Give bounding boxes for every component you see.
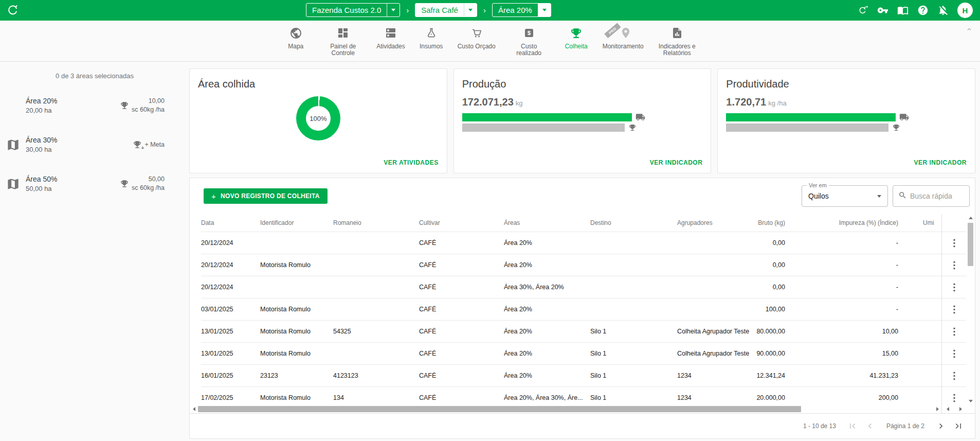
cell-impureza: - [785, 284, 898, 291]
next-page-button[interactable] [936, 421, 946, 431]
row-menu-kebab-icon[interactable] [951, 281, 957, 294]
vertical-scrollbar-thumb[interactable] [968, 223, 973, 266]
scroll-right-arrow[interactable] [933, 405, 941, 413]
table-row[interactable]: 20/12/2024 CAFÉ Área 20% 0,00 - [201, 232, 941, 254]
chevron-down-icon [877, 195, 881, 198]
scroll-up-arrow[interactable] [966, 214, 975, 222]
donut-percent-label: 100% [306, 106, 331, 131]
first-page-button[interactable] [847, 421, 858, 431]
row-menu-kebab-icon[interactable] [951, 237, 957, 250]
productivity-realized-bar [726, 113, 975, 121]
row-menu-kebab-icon[interactable] [951, 347, 957, 360]
cell-agrupadores: 1234 [677, 372, 752, 379]
ver-atividades-link[interactable]: VER ATIVIDADES [384, 159, 438, 166]
area-list-item[interactable]: Área 20% 20,00 ha 10,00 sc 60kg /ha [6, 92, 165, 119]
cell-identificador: Motorista Romulo [260, 261, 333, 269]
table-row[interactable]: 17/02/2025 Motorista Romulo 134 CAFÉ Áre… [201, 386, 941, 405]
truck-icon [636, 112, 645, 122]
cell-impureza: - [785, 306, 898, 313]
harvest-records-card: + NOVO REGISTRO DE COLHEITA Ver em Quilo… [189, 178, 975, 439]
area-selector-label: Área 20% [493, 4, 538, 16]
user-avatar[interactable]: H [957, 3, 973, 18]
table-row[interactable]: 20/12/2024 CAFÉ Área 30%, Área 20% 0,00 … [201, 276, 941, 298]
map-icon [6, 138, 25, 152]
cell-impureza: 15,00 [785, 350, 898, 357]
nav-item-monitoramento[interactable]: PRO Monitoramento [600, 27, 646, 57]
area-goal-value: 50,00 sc 60kg /ha [132, 175, 165, 192]
collapse-navbar-chevron-up-icon[interactable] [966, 26, 973, 35]
row-menu-kebab-icon[interactable] [951, 369, 957, 382]
key-icon[interactable] [877, 5, 888, 16]
area-list-item[interactable]: Área 30% 30,00 ha + Meta [6, 131, 165, 158]
svg-text:$: $ [527, 30, 531, 36]
add-goal-button[interactable]: + Meta [133, 140, 165, 149]
row-menu-kebab-icon[interactable] [951, 259, 957, 272]
ver-indicador-link[interactable]: VER INDICADOR [914, 159, 967, 166]
area-list-item[interactable]: Área 50% 50,00 ha 50,00 sc 60kg /ha [6, 170, 165, 197]
column-header-destino: Destino [590, 219, 677, 226]
table-row[interactable]: 20/12/2024 Motorista Romulo CAFÉ Área 20… [201, 254, 941, 276]
cell-identificador: Motorista Romulo [260, 306, 333, 313]
truck-icon [899, 112, 909, 122]
cell-identificador: Motorista Romulo [260, 328, 333, 335]
book-icon[interactable] [897, 5, 909, 16]
search-input[interactable] [910, 192, 964, 200]
aegro-plus-icon[interactable] [857, 5, 868, 16]
area-size: 30,00 ha [26, 146, 133, 153]
row-menu-kebab-icon[interactable] [951, 392, 957, 404]
cell-bruto: 0,00 [752, 239, 785, 246]
view-in-select[interactable]: Ver em Quilos [802, 185, 888, 207]
cell-bruto: 20.000,00 [752, 394, 785, 401]
scroll-down-arrow[interactable] [966, 397, 975, 405]
nav-item-atividades[interactable]: Atividades [374, 27, 407, 57]
cell-destino: Silo 1 [590, 328, 677, 335]
scroll-left-arrow[interactable] [943, 405, 952, 413]
area-size: 20,00 ha [26, 107, 120, 114]
harvest-table: Data Identificador Romaneio Cultivar Áre… [190, 214, 975, 405]
nav-item-colheita[interactable]: Colheita [560, 27, 593, 57]
table-row[interactable]: 03/01/2025 Motorista Romulo CAFÉ Área 20… [201, 298, 941, 320]
card-area-colhida: Área colhida 100% VER ATIVIDADES [189, 68, 447, 173]
nav-item-painel-de-controle[interactable]: Painel de Controle [319, 27, 367, 57]
scroll-left-arrow[interactable] [190, 405, 198, 413]
season-selector-label: Safra Café [415, 4, 464, 16]
nav-item-mapa[interactable]: Mapa [279, 27, 312, 57]
nav-item-custo-orcado[interactable]: Custo Orçado [455, 27, 498, 57]
nav-item-indicadores-relatorios[interactable]: Indicadores e Relatórios [654, 27, 701, 57]
row-actions-column [941, 214, 966, 405]
table-row[interactable]: 13/01/2025 Motorista Romulo 54325 CAFÉ Á… [201, 320, 941, 342]
topbar: Fazenda Custos 2.0 › Safra Café › Área 2… [0, 0, 980, 21]
pro-badge: PRO [604, 23, 621, 38]
cell-bruto: 12.341,24 [752, 372, 785, 379]
farm-selector-label: Fazenda Custos 2.0 [306, 4, 387, 16]
farm-selector[interactable]: Fazenda Custos 2.0 [306, 3, 400, 17]
cell-destino: Silo 1 [590, 350, 677, 357]
horizontal-scrollbar-thumb[interactable] [198, 406, 801, 412]
table-row[interactable]: 13/01/2025 Motorista Romulo CAFÉ Área 20… [201, 342, 941, 364]
table-row[interactable]: 16/01/2025 23123 4123123 CAFÉ Área 20% S… [201, 364, 941, 386]
column-header-areas: Áreas [504, 219, 590, 226]
column-header-bruto: Bruto (kg) [752, 219, 785, 226]
row-menu-kebab-icon[interactable] [951, 303, 957, 316]
topbar-actions: H [857, 3, 980, 18]
productivity-value: 1.720,71kg /ha [718, 90, 975, 108]
cell-bruto: 80.000,00 [752, 328, 785, 335]
season-selector[interactable]: Safra Café [415, 3, 477, 17]
breadcrumb: Fazenda Custos 2.0 › Safra Café › Área 2… [306, 3, 551, 17]
breadcrumb-separator: › [406, 6, 409, 14]
area-selector[interactable]: Área 20% [492, 3, 551, 17]
nav-item-custo-realizado[interactable]: $ Custo realizado [505, 27, 553, 57]
row-menu-kebab-icon[interactable] [951, 325, 957, 338]
ver-indicador-link[interactable]: VER INDICADOR [650, 159, 703, 166]
area-name: Área 20% [26, 97, 120, 105]
help-icon[interactable] [917, 5, 929, 16]
previous-page-button[interactable] [865, 421, 875, 431]
cell-cultivar: CAFÉ [419, 328, 504, 335]
nav-item-insumos[interactable]: Insumos [415, 27, 448, 57]
cell-bruto: 100,00 [752, 306, 785, 313]
new-harvest-record-button[interactable]: + NOVO REGISTRO DE COLHEITA [204, 188, 328, 204]
scroll-right-arrow[interactable] [956, 405, 965, 413]
notifications-off-icon[interactable] [937, 5, 949, 16]
last-page-button[interactable] [953, 421, 964, 431]
activities-icon [385, 27, 397, 41]
